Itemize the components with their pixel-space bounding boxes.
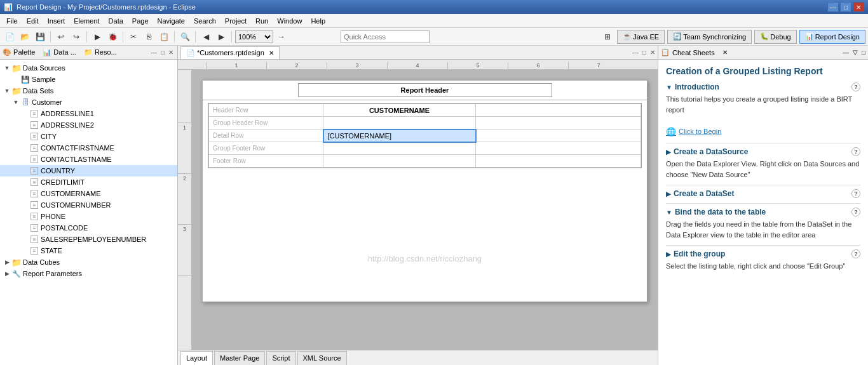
click-to-begin-link[interactable]: 🌐 Click to Begin [666, 126, 860, 138]
menu-help[interactable]: Help [307, 16, 329, 26]
field-addressline2[interactable]: ≡ ADDRESSLINE2 [0, 119, 177, 131]
field-country[interactable]: ≡ COUNTRY [0, 165, 177, 176]
title-bar-controls[interactable]: — □ ✕ [827, 2, 864, 12]
customers-tab[interactable]: 📄 *Customers.rptdesign ✕ [180, 46, 280, 59]
bind-help-icon[interactable]: ? [851, 208, 860, 216]
dataset-help-icon[interactable]: ? [851, 189, 860, 198]
field-contactlastname[interactable]: ≡ CONTACTLASTNAME [0, 154, 177, 165]
close-panel-btn[interactable]: ✕ [167, 49, 175, 56]
menu-data[interactable]: Data [105, 16, 127, 26]
cheat-bind-header[interactable]: ▼ Bind the data to the table ? [666, 208, 860, 216]
maximize-button[interactable]: □ [840, 2, 851, 12]
perspective-area: ⊞ ☕ Java EE 🔄 Team Synchronizing 🐛 Debug… [600, 30, 865, 44]
cheat-datasource-header[interactable]: ▶ Create a DataSource ? [666, 147, 860, 156]
menu-run[interactable]: Run [252, 16, 272, 26]
zoom-apply-button[interactable]: → [275, 30, 288, 44]
field-postalcode[interactable]: ≡ POSTALCODE [0, 222, 177, 234]
sep6 [231, 31, 232, 43]
cheat-editgroup-header[interactable]: ▶ Edit the group ? [666, 249, 860, 258]
quick-access-input[interactable] [341, 30, 430, 43]
new-button[interactable]: 📄 [3, 30, 17, 44]
field-state[interactable]: ≡ STATE [0, 245, 177, 256]
data-sets-toggle[interactable]: ▼ [3, 88, 11, 94]
copy-button[interactable]: ⎘ [142, 30, 156, 44]
perspective-toggle[interactable]: ⊞ [600, 30, 614, 44]
cheat-dataset-header[interactable]: ▶ Create a DataSet ? [666, 189, 860, 198]
customer-toggle[interactable]: ▼ [11, 99, 20, 105]
close-editor-btn[interactable]: ✕ [650, 49, 655, 56]
report-params-toggle[interactable]: ▶ [3, 270, 11, 277]
menu-window[interactable]: Window [273, 16, 306, 26]
palette-tab[interactable]: 🎨 Palette [3, 48, 35, 56]
cheat-section-intro: ▼ Introduction ? This tutorial helps you… [666, 83, 860, 138]
report-params-node[interactable]: ▶ 🔧 Report Parameters [0, 268, 177, 279]
data-sources-toggle[interactable]: ▼ [3, 65, 11, 71]
field-contactfirstname[interactable]: ≡ CONTACTFIRSTNAME [0, 142, 177, 154]
menu-search[interactable]: Search [190, 16, 220, 26]
data-sets-node[interactable]: ▼ 📁 Data Sets [0, 85, 177, 96]
save-button[interactable]: 💾 [33, 30, 47, 44]
app-icon: 📊 [4, 3, 13, 11]
zoom-select[interactable]: 100% 75% 150% [235, 30, 273, 43]
prev-button[interactable]: ◀ [199, 30, 213, 44]
cheat-maximize-btn[interactable]: ▽ [853, 49, 858, 56]
cheat-close-icon[interactable]: ✕ [722, 49, 728, 56]
master-page-tab[interactable]: Master Page [214, 351, 265, 365]
intro-help-icon[interactable]: ? [851, 83, 860, 91]
java-ee-perspective[interactable]: ☕ Java EE [617, 30, 665, 44]
undo-button[interactable]: ↩ [54, 30, 68, 44]
script-tab[interactable]: Script [266, 351, 295, 365]
maximize-editor-btn[interactable]: □ [642, 49, 646, 56]
menu-insert[interactable]: Insert [44, 16, 69, 26]
editor-tab-label: *Customers.rptdesign [197, 49, 264, 56]
search-button[interactable]: 🔍 [178, 30, 192, 44]
detail-customername-cell[interactable]: [CUSTOMERNAME] [323, 129, 476, 142]
xml-source-tab[interactable]: XML Source [297, 351, 347, 365]
field-phone[interactable]: ≡ PHONE [0, 211, 177, 222]
data-cubes-toggle[interactable]: ▶ [3, 259, 11, 265]
report-header-box[interactable]: Report Header [298, 83, 552, 97]
minimize-panel-btn[interactable]: — [149, 49, 158, 56]
debug-perspective[interactable]: 🐛 Debug [754, 30, 796, 44]
open-button[interactable]: 📂 [18, 30, 32, 44]
report-design-perspective[interactable]: 📊 Report Design [799, 30, 865, 44]
team-sync-perspective[interactable]: 🔄 Team Synchronizing [667, 30, 752, 44]
left-panel-tabs: 🎨 Palette 📊 Data ... 📁 Reso... — □ ✕ [0, 46, 177, 60]
field-creditlimit[interactable]: ≡ CREDITLIMIT [0, 176, 177, 188]
maximize-panel-btn[interactable]: □ [159, 49, 166, 56]
menu-edit[interactable]: Edit [23, 16, 43, 26]
cut-button[interactable]: ✂ [126, 30, 140, 44]
data-cubes-node[interactable]: ▶ 📁 Data Cubes [0, 256, 177, 268]
field-salesrep[interactable]: ≡ SALESREPEMPLOYEENUMBER [0, 234, 177, 245]
cheat-close-btn[interactable]: □ [862, 49, 865, 56]
menu-element[interactable]: Element [70, 16, 103, 26]
minimize-editor-btn[interactable]: — [632, 49, 639, 56]
minimize-button[interactable]: — [827, 2, 839, 12]
header-customername-cell[interactable]: CUSTOMERNAME [323, 104, 476, 117]
paste-button[interactable]: 📋 [157, 30, 171, 44]
customer-node[interactable]: ▼ 🗄 Customer [0, 96, 177, 108]
run-button[interactable]: ▶ [90, 30, 104, 44]
cheat-minimize-btn[interactable]: — [843, 49, 849, 56]
datasource-help-icon[interactable]: ? [851, 147, 860, 156]
next-button[interactable]: ▶ [214, 30, 228, 44]
menu-project[interactable]: Project [221, 16, 250, 26]
field-customername[interactable]: ≡ CUSTOMERNAME [0, 188, 177, 199]
data-sources-node[interactable]: ▼ 📁 Data Sources [0, 62, 177, 74]
cheat-intro-header[interactable]: ▼ Introduction ? [666, 83, 860, 91]
close-button[interactable]: ✕ [853, 2, 864, 12]
menu-navigate[interactable]: Navigate [154, 16, 189, 26]
sample-node[interactable]: 💾 Sample [0, 74, 177, 85]
menu-page[interactable]: Page [128, 16, 153, 26]
debug-button[interactable]: 🐞 [105, 30, 119, 44]
editor-tab-close[interactable]: ✕ [269, 50, 274, 56]
field-customernumber[interactable]: ≡ CUSTOMERNUMBER [0, 199, 177, 211]
field-addressline1[interactable]: ≡ ADDRESSLINE1 [0, 108, 177, 119]
redo-button[interactable]: ↪ [69, 30, 83, 44]
layout-tab[interactable]: Layout [180, 351, 213, 365]
data-tab[interactable]: 📊 Data ... [43, 48, 76, 56]
reso-tab[interactable]: 📁 Reso... [84, 48, 117, 56]
editgroup-help-icon[interactable]: ? [851, 249, 860, 258]
menu-file[interactable]: File [3, 16, 22, 26]
field-city[interactable]: ≡ CITY [0, 131, 177, 142]
